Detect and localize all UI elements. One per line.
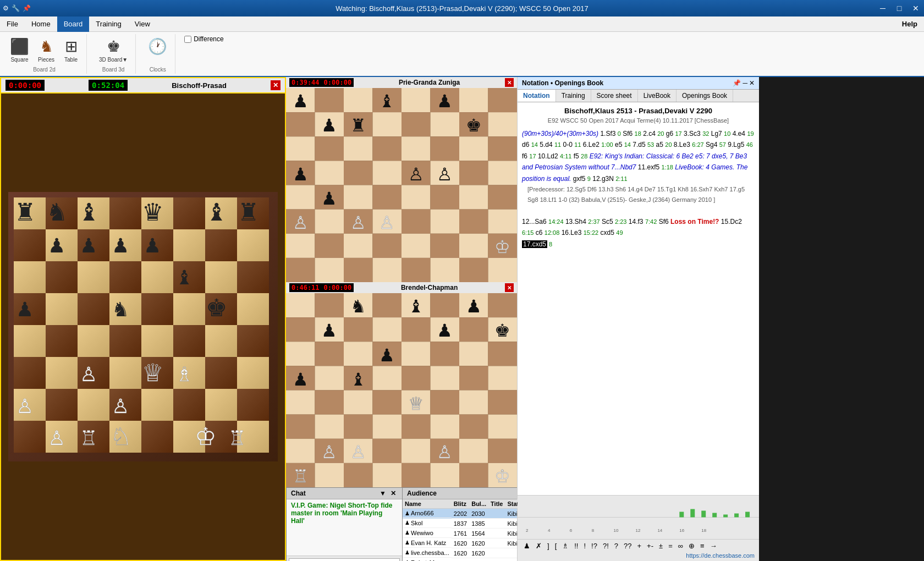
move-9b[interactable]: f6 — [522, 152, 529, 160]
chat-close-icon[interactable]: ✕ — [389, 490, 398, 497]
menu-file[interactable]: File — [0, 16, 25, 32]
mini2-close[interactable]: ✕ — [505, 283, 514, 292]
move-5b[interactable]: 0-0 — [563, 141, 575, 148]
maximize-button[interactable]: □ — [891, 0, 908, 16]
move-15b[interactable]: c6 — [536, 229, 544, 237]
move-15[interactable]: 15.Dc2 — [721, 218, 742, 226]
difference-checkbox[interactable] — [184, 36, 191, 43]
mini-boards-area: 0:39:44 0:00:00 Prie-Granda Zuniga ✕ — [286, 77, 517, 487]
annot-question-exclaim[interactable]: ?! — [601, 542, 610, 550]
svg-text:♟: ♟ — [293, 164, 309, 184]
tab-score-sheet[interactable]: Score sheet — [591, 90, 638, 102]
tab-openings-book[interactable]: Openings Book — [676, 90, 733, 102]
annot-bracket-close[interactable]: ] — [546, 542, 551, 550]
move-5[interactable]: 5.d4 — [540, 141, 554, 148]
annot-plusminus[interactable]: ± — [657, 542, 664, 550]
annot-double-question[interactable]: ?? — [622, 542, 633, 550]
move-7b[interactable]: a5 — [656, 141, 666, 148]
menu-board[interactable]: Board — [57, 16, 90, 32]
mini1-close[interactable]: ✕ — [505, 78, 514, 87]
move-13[interactable]: 13.Sh4 — [565, 218, 588, 226]
move-10b[interactable]: f5 — [574, 152, 581, 160]
menu-training[interactable]: Training — [89, 16, 128, 32]
annot-equiv[interactable]: ≡ — [698, 542, 706, 550]
move-4[interactable]: 4.e4 — [733, 130, 747, 138]
ribbon-3dboard-btn[interactable]: ♚ 3D Board▼ — [96, 35, 131, 65]
move-1[interactable]: 1.Sf3 — [600, 130, 617, 138]
move-8[interactable]: 8.Le3 — [674, 141, 692, 148]
move-16b[interactable]: cxd5 — [601, 229, 617, 237]
notation-close-icon[interactable]: ✕ — [749, 79, 755, 87]
annot-bishop[interactable]: ♗ — [560, 542, 570, 550]
gear-icon[interactable]: ⚙ — [3, 4, 9, 12]
move-12b[interactable]: 12...Sa6 — [522, 218, 548, 226]
tab-training[interactable]: Training — [556, 90, 591, 102]
move-14[interactable]: 14.f3 — [629, 218, 645, 226]
annot-arrow[interactable]: → — [708, 542, 719, 550]
menu-view[interactable]: View — [128, 16, 157, 32]
svg-rect-95 — [431, 112, 460, 136]
annot-plus-minus[interactable]: +- — [645, 542, 655, 550]
minimize-button[interactable]: ─ — [875, 0, 891, 16]
move-6[interactable]: 6.Le2 — [583, 141, 601, 148]
move-16[interactable]: 16.Le3 — [562, 229, 584, 237]
window-controls[interactable]: ─ □ ✕ — [875, 0, 924, 16]
pin-icon[interactable]: 📌 — [23, 4, 31, 12]
svg-rect-94 — [402, 112, 431, 136]
annot-x[interactable]: ✗ — [534, 542, 543, 550]
move-12[interactable]: 12.g3N — [592, 175, 615, 183]
move-4b[interactable]: d6 — [522, 141, 531, 148]
move-2[interactable]: 2.c4 — [643, 130, 657, 138]
move-9[interactable]: 9.Lg5 — [728, 141, 746, 148]
wrench-icon[interactable]: 🔧 — [12, 4, 20, 12]
main-board-close[interactable]: ✕ — [271, 80, 280, 90]
mini-board2-board[interactable]: ♞ ♝ ♟ ♟ ♟ ♚ ♟ ♝ ♟ ♕ ♙ ♙ ♙ — [286, 293, 517, 487]
annot-equal[interactable]: = — [667, 542, 674, 550]
notation-pin-icon[interactable]: 📌 — [733, 79, 741, 87]
move-11[interactable]: 11.exf5 — [638, 163, 662, 171]
ribbon-table-btn[interactable]: ⊞ Table — [60, 35, 82, 65]
move-14b[interactable]: Sf6 — [659, 218, 670, 226]
annot-bracket-open[interactable]: [ — [553, 542, 559, 550]
annot-circle-plus[interactable]: ⊕ — [687, 542, 696, 550]
annot-question[interactable]: ? — [613, 542, 620, 550]
notation-panel: Notation • Openings Book 📌 ─ ✕ Notation … — [517, 77, 759, 561]
menu-home[interactable]: Home — [25, 16, 57, 32]
move-11b[interactable]: gxf5 — [573, 175, 587, 183]
close-button[interactable]: ✕ — [908, 0, 924, 16]
current-move[interactable]: 17.cxd5 — [522, 240, 547, 248]
tab-livebook[interactable]: LiveBook — [638, 90, 676, 102]
menu-help[interactable]: Help — [895, 16, 924, 32]
mini-board1-board[interactable]: ♟ ♝ ♟ ♟ ♜ ♚ ♟ ♟ ♙ ♙ ♙ ♙ ♙ — [286, 88, 517, 282]
chessbase-url[interactable]: https://de.chessbase.com — [686, 552, 755, 559]
mini-board2: 0:46:11 0:00:00 Brendel-Chapman ✕ — [286, 282, 517, 487]
main-chess-board-container[interactable]: ♜ ♞ ♝ ♛ ♝ ♜ ♟ ♟ ♟ ♟ ♟ ♞ ♝ — [0, 94, 286, 561]
annot-exclaim[interactable]: ! — [582, 542, 587, 550]
notation-minimize-icon[interactable]: ─ — [743, 79, 747, 87]
move-3b[interactable]: Lg7 — [711, 130, 724, 138]
annot-double-exclaim[interactable]: !! — [573, 542, 580, 550]
titlebar-icons[interactable]: ⚙ 🔧 📌 — [3, 4, 31, 12]
difference-checkbox-label[interactable]: Difference — [184, 35, 223, 43]
tab-notation[interactable]: Notation — [518, 90, 556, 102]
table-icon: ⊞ — [65, 37, 78, 56]
annot-pawn[interactable]: ♟ — [522, 542, 532, 550]
chat-minimize-icon[interactable]: ▼ — [378, 490, 388, 497]
move-10[interactable]: 10.Ld2 — [538, 152, 560, 160]
annot-exclaim-question[interactable]: !? — [590, 542, 599, 550]
annot-infinity[interactable]: ∞ — [676, 542, 685, 550]
ribbon-square-btn[interactable]: ⬛ Square — [7, 35, 32, 65]
move-2b[interactable]: g6 — [666, 130, 675, 138]
audience-name-cell: ♟ live.chessba... — [403, 548, 452, 558]
move-8b[interactable]: Sg4 — [706, 141, 719, 148]
svg-rect-189 — [431, 366, 460, 390]
move-6b[interactable]: e5 — [615, 141, 624, 148]
move-3[interactable]: 3.Sc3 — [684, 130, 702, 138]
move-1b[interactable]: Sf6 — [623, 130, 634, 138]
move-13b[interactable]: Sc5 — [602, 218, 615, 226]
svg-text:♙: ♙ — [16, 395, 34, 417]
annot-plus[interactable]: + — [636, 542, 644, 550]
move-7[interactable]: 7.d5 — [632, 141, 647, 148]
ribbon-clocks-btn[interactable]: 🕐 — [145, 35, 170, 59]
ribbon-pieces-btn[interactable]: ♞ Pieces — [35, 35, 58, 65]
